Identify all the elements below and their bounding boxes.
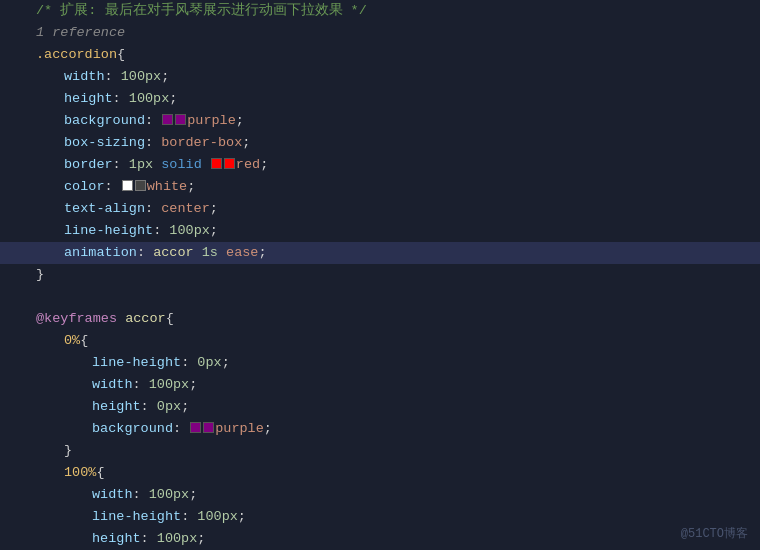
- line-text: height: 0px;: [28, 396, 760, 418]
- line-kf-100: 100%{: [0, 462, 760, 484]
- line-animation: animation: accor 1s ease;: [0, 242, 760, 264]
- line-keyframes: @keyframes accor{: [0, 308, 760, 330]
- line-text: }: [28, 264, 760, 286]
- line-text: width: 100px;: [28, 484, 760, 506]
- line-kf-w100: width: 100px;: [0, 484, 760, 506]
- line-kf-bg0: background: purple;: [0, 418, 760, 440]
- line-text: line-height: 100px;: [28, 506, 760, 528]
- line-close-accordion: }: [0, 264, 760, 286]
- line-comment: /* 扩展: 最后在对手风琴展示进行动画下拉效果 */: [0, 0, 760, 22]
- line-text: height: 100px;: [28, 528, 760, 550]
- line-text: line-height: 100px;: [28, 220, 760, 242]
- line-kf-lh100: line-height: 100px;: [0, 506, 760, 528]
- code-editor: /* 扩展: 最后在对手风琴展示进行动画下拉效果 */ 1 reference …: [0, 0, 760, 550]
- line-text: animation: accor 1s ease;: [28, 242, 760, 264]
- line-color: color: white;: [0, 176, 760, 198]
- line-text: background: purple;: [28, 110, 760, 132]
- line-kf-h100: height: 100px;: [0, 528, 760, 550]
- line-text: background: purple;: [28, 418, 760, 440]
- line-kf-h0: height: 0px;: [0, 396, 760, 418]
- line-lineheight1: line-height: 100px;: [0, 220, 760, 242]
- line-text: 100%{: [28, 462, 760, 484]
- line-text: box-sizing: border-box;: [28, 132, 760, 154]
- line-text: border: 1px solid red;: [28, 154, 760, 176]
- line-text: [28, 286, 760, 308]
- line-kf-0: 0%{: [0, 330, 760, 352]
- line-text: text-align: center;: [28, 198, 760, 220]
- line-text: width: 100px;: [28, 66, 760, 88]
- line-selector: .accordion{: [0, 44, 760, 66]
- line-height: height: 100px;: [0, 88, 760, 110]
- line-kf-w0: width: 100px;: [0, 374, 760, 396]
- watermark: @51CTO博客: [681, 525, 748, 542]
- line-kf-lh0: line-height: 0px;: [0, 352, 760, 374]
- line-kf-0-close: }: [0, 440, 760, 462]
- line-bg1: background: purple;: [0, 110, 760, 132]
- line-textalign: text-align: center;: [0, 198, 760, 220]
- line-text: .accordion{: [28, 44, 760, 66]
- line-text: }: [28, 440, 760, 462]
- line-text: color: white;: [28, 176, 760, 198]
- line-text: width: 100px;: [28, 374, 760, 396]
- line-reference: 1 reference: [0, 22, 760, 44]
- line-border: border: 1px solid red;: [0, 154, 760, 176]
- line-boxsizing: box-sizing: border-box;: [0, 132, 760, 154]
- line-text: @keyframes accor{: [28, 308, 760, 330]
- line-width: width: 100px;: [0, 66, 760, 88]
- line-text: line-height: 0px;: [28, 352, 760, 374]
- line-text: 0%{: [28, 330, 760, 352]
- line-text: 1 reference: [28, 22, 760, 44]
- line-text: height: 100px;: [28, 88, 760, 110]
- line-text: /* 扩展: 最后在对手风琴展示进行动画下拉效果 */: [28, 0, 760, 22]
- line-blank: [0, 286, 760, 308]
